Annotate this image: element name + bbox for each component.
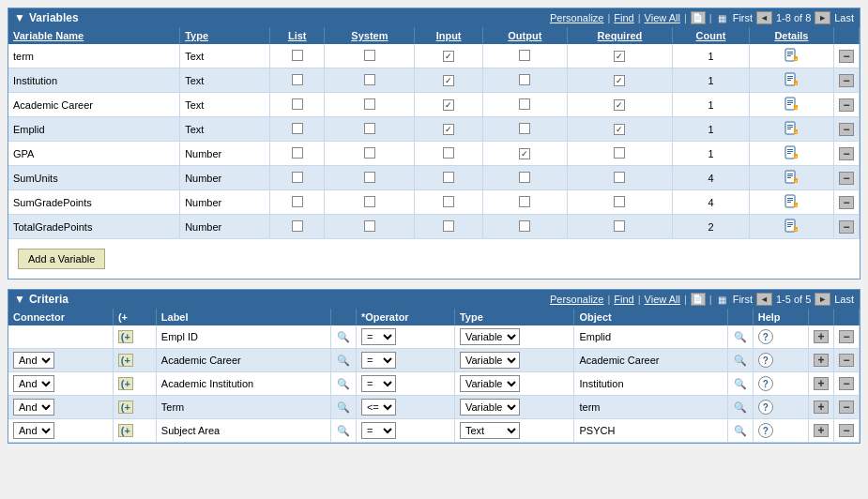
checkbox[interactable] [443,51,454,62]
checkbox[interactable] [614,51,625,62]
operator-select[interactable]: =!=<<=>>= [361,375,396,392]
connector-select[interactable]: AndOr [13,352,54,369]
add-criteria-button[interactable]: + [814,424,829,437]
add-criteria-button[interactable]: + [814,377,829,390]
checkbox[interactable] [519,50,530,61]
add-criteria-button[interactable]: + [814,401,829,414]
checkbox[interactable] [614,172,625,183]
details-doc-icon[interactable]: + [783,71,799,88]
checkbox[interactable] [614,196,625,207]
variables-icon1[interactable]: 📄 [691,11,706,24]
paren-button[interactable]: (+ [118,377,133,390]
criteria-grid-icon[interactable]: ▦ [716,293,729,306]
details-doc-icon[interactable]: + [783,120,799,137]
remove-criteria-button[interactable]: − [839,401,854,414]
checkbox[interactable] [364,123,375,134]
remove-criteria-button[interactable]: − [839,424,854,437]
variables-last[interactable]: Last [834,12,854,23]
checkbox[interactable] [614,75,625,86]
operator-select[interactable]: =!=<<=>>= [361,328,396,345]
remove-variable-button[interactable]: − [839,196,854,209]
remove-criteria-button[interactable]: − [839,330,854,343]
label-search-icon[interactable]: 🔍 [336,377,351,390]
label-search-icon[interactable]: 🔍 [336,330,351,343]
criteria-icon1[interactable]: 📄 [691,293,706,306]
checkbox[interactable] [292,220,303,232]
object-search-icon[interactable]: 🔍 [733,330,748,343]
checkbox[interactable] [614,220,625,232]
criteria-viewall-link[interactable]: View All [645,294,680,305]
type-select[interactable]: VariableTextNumber [460,422,520,439]
type-select[interactable]: VariableTextNumber [460,352,520,369]
add-criteria-button[interactable]: + [814,330,829,343]
add-variable-button[interactable]: Add a Variable [18,249,105,269]
add-criteria-button[interactable]: + [814,354,829,367]
checkbox[interactable] [364,147,375,159]
checkbox[interactable] [292,50,303,61]
checkbox[interactable] [364,50,375,61]
checkbox[interactable] [364,220,375,232]
criteria-collapse-icon[interactable]: ▼ [14,293,25,306]
criteria-personalize-link[interactable]: Personalize [550,294,603,305]
type-select[interactable]: VariableTextNumber [460,375,520,392]
details-doc-icon[interactable]: + [783,169,799,186]
col-system-link[interactable]: System [351,30,388,41]
checkbox[interactable] [614,99,625,111]
criteria-last[interactable]: Last [834,294,854,305]
checkbox[interactable] [614,147,625,159]
connector-select[interactable]: AndOr [13,375,54,392]
criteria-first[interactable]: First [733,294,753,305]
checkbox[interactable] [519,98,530,110]
checkbox[interactable] [364,196,375,207]
criteria-next-btn[interactable]: ► [815,293,830,306]
checkbox[interactable] [443,196,454,207]
variables-next-btn[interactable]: ► [815,11,830,24]
checkbox[interactable] [443,172,454,183]
help-button[interactable]: ? [758,423,773,438]
details-doc-icon[interactable]: + [783,193,799,210]
paren-button[interactable]: (+ [118,424,133,437]
help-button[interactable]: ? [758,329,773,344]
checkbox[interactable] [614,124,625,135]
label-search-icon[interactable]: 🔍 [336,424,351,437]
connector-select[interactable]: AndOr [13,422,54,439]
remove-variable-button[interactable]: − [839,172,854,185]
checkbox[interactable] [364,98,375,110]
remove-criteria-button[interactable]: − [839,377,854,390]
remove-variable-button[interactable]: − [839,220,854,234]
col-required-link[interactable]: Required [598,30,643,41]
help-button[interactable]: ? [758,376,773,391]
remove-variable-button[interactable]: − [839,123,854,136]
label-search-icon[interactable]: 🔍 [336,354,351,367]
type-select[interactable]: VariableTextNumber [460,328,520,345]
variables-collapse-icon[interactable]: ▼ [14,11,25,24]
object-search-icon[interactable]: 🔍 [733,377,748,390]
col-input-link[interactable]: Input [436,30,462,41]
checkbox[interactable] [519,220,530,232]
operator-select[interactable]: =!=<<=>>= [361,352,396,369]
checkbox[interactable] [519,123,530,134]
remove-variable-button[interactable]: − [839,50,854,63]
checkbox[interactable] [519,172,530,183]
checkbox[interactable] [443,147,454,159]
variables-grid-icon[interactable]: ▦ [716,11,729,24]
criteria-find-link[interactable]: Find [614,294,633,305]
checkbox[interactable] [443,220,454,232]
checkbox[interactable] [292,147,303,159]
col-details-link[interactable]: Details [774,30,808,41]
paren-button[interactable]: (+ [118,330,133,343]
variables-prev-btn[interactable]: ◄ [756,11,772,24]
connector-select[interactable]: AndOr [13,399,54,416]
object-search-icon[interactable]: 🔍 [733,401,748,414]
col-output-link[interactable]: Output [508,30,541,41]
col-count-link[interactable]: Count [696,30,726,41]
remove-criteria-button[interactable]: − [839,354,854,367]
checkbox[interactable] [443,124,454,135]
details-doc-icon[interactable]: + [783,47,799,64]
checkbox[interactable] [292,172,303,183]
operator-select[interactable]: =!=<<=>>= [361,422,396,439]
checkbox[interactable] [292,98,303,110]
variables-personalize-link[interactable]: Personalize [550,12,603,23]
checkbox[interactable] [443,75,454,86]
remove-variable-button[interactable]: − [839,147,854,160]
